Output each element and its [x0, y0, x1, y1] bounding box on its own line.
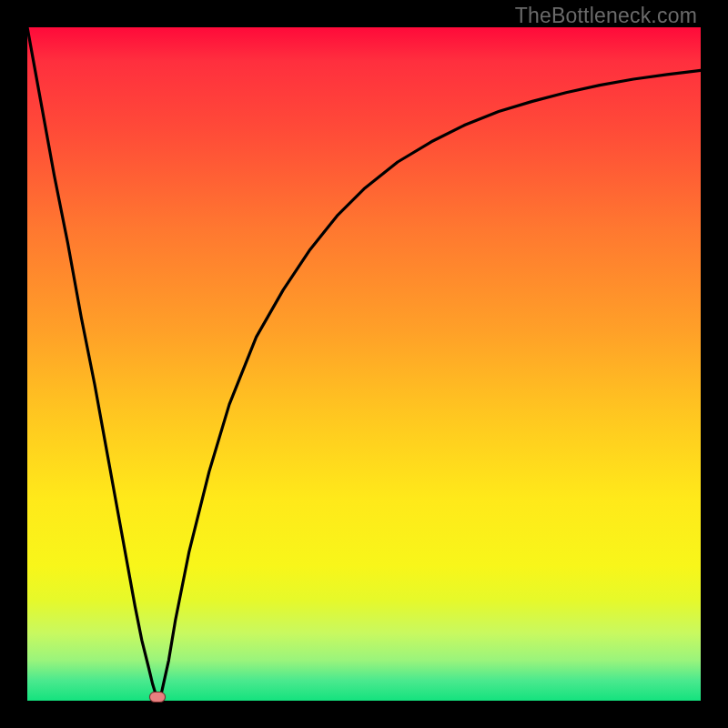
watermark-text: TheBottleneck.com: [515, 4, 697, 28]
bottleneck-curve: [27, 27, 701, 699]
curve-minimum-marker: [149, 692, 166, 703]
chart-frame: [27, 27, 701, 701]
chart-curve-svg: [27, 27, 701, 701]
